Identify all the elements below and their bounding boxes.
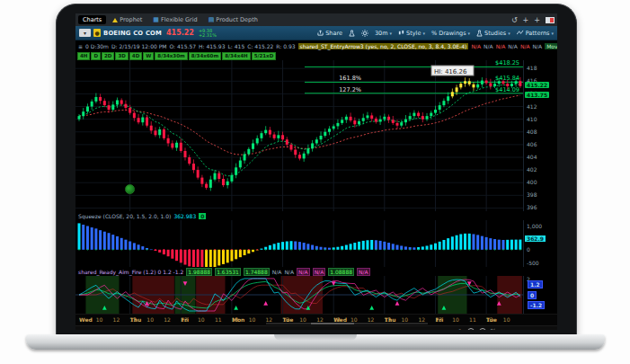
zoom-out-icon[interactable]: − <box>479 328 486 330</box>
time-axis-hour: 12 <box>266 316 273 323</box>
time-axis[interactable]: Wed101213Thu101213Fri101113Mon101213Tue1… <box>75 314 557 325</box>
timeframe-button-4d[interactable]: 4D <box>129 52 142 60</box>
tab-product-depth-label: Product Depth <box>216 16 258 23</box>
studies-dropdown[interactable]: Studies▾ <box>476 30 510 37</box>
timeframe-button-4h[interactable]: 4H <box>77 52 90 60</box>
toolbar-right: Share 30m▾ Style▾ % Drawings▾ <box>317 30 554 37</box>
squeeze-token: 362.983 <box>173 213 196 219</box>
squeeze-axis[interactable]: 1,0000-500362.9 <box>523 220 557 267</box>
price-tick: 406 <box>527 141 537 147</box>
oscillator-badge: -1.2 <box>528 301 545 309</box>
crosshair-icon[interactable]: ⊕ <box>457 328 463 330</box>
analyze-button[interactable] <box>349 30 355 37</box>
time-axis-day: Tue <box>486 316 497 323</box>
oscillator-token: N/A <box>297 268 310 276</box>
share-button[interactable]: Share <box>317 30 342 37</box>
timeframe-button-d[interactable]: D <box>91 52 101 60</box>
tab-product-depth[interactable]: ▤ Product Depth <box>204 15 262 24</box>
tab-charts-label: Charts <box>83 16 102 23</box>
price-tick: 418 <box>527 65 537 71</box>
time-axis-hour: 10 <box>146 316 154 323</box>
info-token: N/A <box>471 43 481 49</box>
percent-icon[interactable]: % <box>491 328 497 330</box>
squeeze-panel: 1,0000-500362.9 <box>75 220 557 267</box>
interval-dropdown[interactable]: 30m▾ <box>375 30 392 37</box>
settings-button[interactable] <box>361 30 368 37</box>
chevron-down-icon: ▾ <box>508 31 510 36</box>
squeeze-label-row: Squeeze (CLOSE, 20, 1.5, 2.0, 1.0)362.98… <box>75 211 557 220</box>
info-token: C: 415.22 <box>247 43 273 49</box>
squeeze-tick: -500 <box>527 260 539 266</box>
oscillator-chart[interactable] <box>75 276 523 314</box>
symbol-price: 415.22 <box>166 29 194 37</box>
chevron-down-icon: ▾ <box>468 31 471 36</box>
timeframe-button-5/21xd[interactable]: 5/21xD <box>252 52 277 60</box>
laptop-bezel: Charts Prophet ▦ Flexible Grid ▤ Product… <box>56 4 577 335</box>
timeframe-button-w[interactable]: W <box>143 52 154 60</box>
chart-toolbar: ▾ ● BOEING CO COM 415.22 +9.38 +2.31% Sh… <box>75 26 557 40</box>
flask-icon <box>349 30 355 37</box>
price-tick: 396 <box>527 204 537 210</box>
time-axis-day: Wed <box>333 316 347 323</box>
oscillator-token: 1.08888 <box>328 268 354 276</box>
squeeze-chart[interactable] <box>75 220 523 267</box>
time-axis-hour: 10 <box>198 316 205 323</box>
style-dropdown[interactable]: Style▾ <box>398 30 425 37</box>
link-icon[interactable]: ● <box>93 29 101 37</box>
price-tick: 398 <box>527 191 537 198</box>
oscillator-token: N/A <box>357 268 370 276</box>
info-token: 0 D:30m <box>85 43 109 49</box>
time-axis-hour: 10 <box>402 316 409 323</box>
timeframe-button-8/34x30m[interactable]: 8/34x30m <box>155 52 187 60</box>
zoom-in-icon[interactable]: + <box>467 328 475 330</box>
candlestick-icon <box>398 30 404 37</box>
tab-flexible-grid[interactable]: ▦ Flexible Grid <box>148 15 201 24</box>
time-axis-day: Fri <box>435 316 443 323</box>
symbol-dropdown[interactable]: ▾ <box>79 29 91 37</box>
squeeze-tick: 0 <box>527 246 530 253</box>
chart-menu-icon[interactable]: ≡ <box>78 43 83 49</box>
price-axis[interactable]: 418416414412410408406404402400398396415.… <box>523 60 557 211</box>
time-axis-hour: 10 <box>350 316 358 323</box>
status-controls: ↔ ⊕ + − % Drawing set: Defa <box>448 328 554 330</box>
patterns-dropdown[interactable]: Patterns▾ <box>517 30 554 37</box>
undo-icon[interactable]: ↺ <box>511 16 518 24</box>
percent-icon: % <box>431 30 437 37</box>
time-axis-day: Tue <box>283 316 294 323</box>
time-axis-hour: 12 <box>418 316 425 323</box>
oscillator-badge: 1.2 <box>528 280 543 289</box>
squeeze-token: Squeeze (CLOSE, 20, 1.5, 2.0, 1.0) <box>78 213 171 219</box>
info-token: N/A <box>508 43 518 49</box>
time-axis-hour: 10 <box>299 316 306 323</box>
pan-icon[interactable]: ↔ <box>448 328 453 330</box>
chart-scrollbar[interactable] <box>266 323 428 324</box>
tab-bar: Charts Prophet ▦ Flexible Grid ▤ Product… <box>75 13 557 26</box>
timeframe-button-8/34x60m[interactable]: 8/34x60m <box>189 52 221 60</box>
zigzag-icon <box>517 30 524 36</box>
change-percent: +2.31% <box>199 33 217 38</box>
tab-prophet[interactable]: Prophet <box>108 15 146 24</box>
scrollbar-thumb[interactable] <box>311 323 354 324</box>
ohlc-info-row: ≡ 0 D:30mD: 2/15/19 12:00 PMO: 415.57H: … <box>75 40 557 51</box>
layout-icon[interactable] <box>546 17 555 23</box>
time-axis-day: Thu <box>130 316 142 323</box>
tab-charts[interactable]: Charts <box>78 15 106 24</box>
svg-text:HI: 416.26: HI: 416.26 <box>434 68 467 75</box>
price-chart[interactable]: $418.25$415.84161.8%$414.09127.2%HI: 416… <box>75 60 523 211</box>
timeframe-button-8/34x4h[interactable]: 8/34x4H <box>222 52 250 60</box>
oscillator-axis[interactable]: 21.20-1.2 <box>523 276 557 314</box>
plus-icon[interactable]: + <box>523 16 529 24</box>
oscillator-token: 1.98888 <box>186 268 212 276</box>
plus-icon-2[interactable]: + <box>534 16 540 24</box>
timeframe-button-3d[interactable]: 3D <box>115 52 128 60</box>
timeframe-button-2d[interactable]: 2D <box>102 52 114 60</box>
laptop-notch <box>274 334 357 341</box>
squeeze-badge: 362.9 <box>525 235 546 242</box>
price-tick: 410 <box>527 116 537 122</box>
svg-text:127.2%: 127.2% <box>339 86 361 93</box>
time-axis-hour: 11 <box>469 316 476 323</box>
oscillator-label-row: shared_Ready_Aim_Fire (1.2) 0 1.2 -1.21.… <box>75 267 557 276</box>
depth-icon: ▤ <box>209 16 215 23</box>
info-token: O: 415.57 <box>169 43 196 49</box>
drawings-dropdown[interactable]: % Drawings▾ <box>431 30 470 37</box>
